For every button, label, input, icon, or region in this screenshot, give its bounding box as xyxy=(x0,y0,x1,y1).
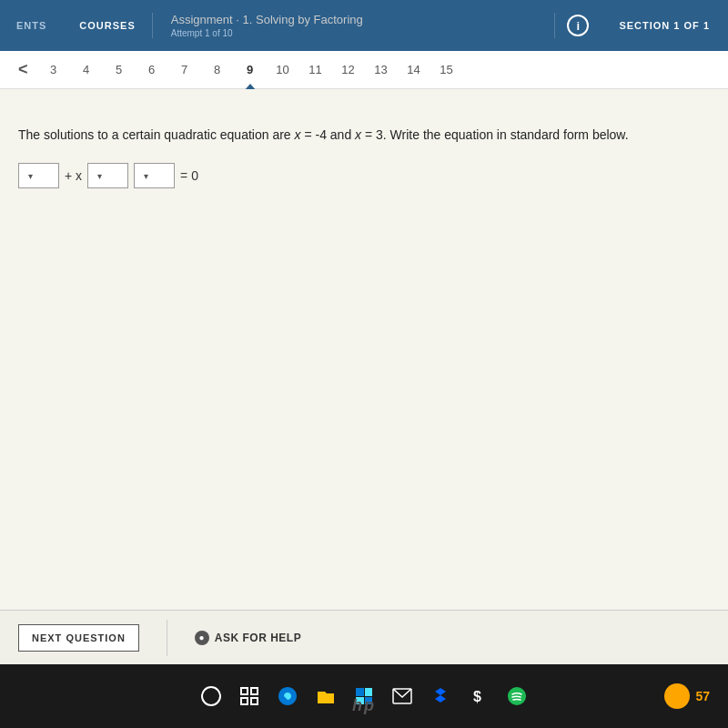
question-3[interactable]: 3 xyxy=(37,51,70,89)
bottom-bar: NEXT QUESTION ● ASK FOR HELP xyxy=(0,610,728,664)
taskbar-search[interactable] xyxy=(195,680,228,713)
question-4[interactable]: 4 xyxy=(70,51,103,89)
question-11[interactable]: 11 xyxy=(299,51,332,89)
attempt-text: Attempt 1 of 10 xyxy=(171,28,537,38)
section-label: SECTION 1 OF 1 xyxy=(601,20,728,31)
svg-text:$: $ xyxy=(473,689,481,704)
equals-zero-text: = 0 xyxy=(180,168,198,183)
dropdown-first[interactable]: ▾ xyxy=(18,163,59,188)
nav-assignment: Assignment · 1. Solving by Factoring Att… xyxy=(152,13,556,38)
chevron-down-icon-2: ▾ xyxy=(97,171,102,181)
svg-rect-6 xyxy=(365,688,372,696)
weather-temp: 57 xyxy=(695,689,710,703)
x-squared-text: + x xyxy=(65,168,82,183)
svg-rect-1 xyxy=(241,688,248,694)
question-numbers: 3 4 5 6 7 8 9 10 11 12 13 14 15 xyxy=(37,51,463,89)
dropdown-third[interactable]: ▾ xyxy=(134,163,175,188)
question-14[interactable]: 14 xyxy=(398,51,430,89)
chevron-down-icon-3: ▾ xyxy=(144,171,148,181)
taskbar-spotify[interactable] xyxy=(500,680,533,713)
taskbar-dropbox[interactable] xyxy=(424,680,457,713)
svg-rect-4 xyxy=(251,698,258,704)
question-text: The solutions to a certain quadratic equ… xyxy=(18,126,701,145)
question-15[interactable]: 15 xyxy=(430,51,463,89)
taskbar-weather: 57 xyxy=(664,683,710,709)
nav-students[interactable]: ENTS xyxy=(0,0,63,51)
divider xyxy=(167,620,167,656)
next-question-button[interactable]: NEXT QUESTION xyxy=(18,624,139,652)
info-icon: i xyxy=(567,15,589,36)
question-number-bar: < 3 4 5 6 7 8 9 10 11 12 13 14 15 xyxy=(0,51,728,89)
question-9-active[interactable]: 9 xyxy=(234,51,267,89)
question-12[interactable]: 12 xyxy=(332,51,365,89)
assignment-number: · 1. Solving by Factoring xyxy=(236,13,362,26)
dropdown-second[interactable]: ▾ xyxy=(87,163,128,188)
main-content: The solutions to a certain quadratic equ… xyxy=(0,89,728,610)
chevron-down-icon: ▾ xyxy=(28,171,33,181)
help-icon: ● xyxy=(195,631,209,645)
taskbar-app1[interactable]: $ xyxy=(462,680,495,713)
ask-for-help-button[interactable]: ● ASK FOR HELP xyxy=(195,631,301,645)
taskbar-mail[interactable] xyxy=(386,680,419,713)
taskbar-edge[interactable] xyxy=(271,680,304,713)
question-13[interactable]: 13 xyxy=(365,51,398,89)
weather-icon xyxy=(664,683,690,709)
question-10[interactable]: 10 xyxy=(267,51,299,89)
hp-logo: hp xyxy=(352,696,376,715)
svg-rect-3 xyxy=(241,698,248,704)
question-8[interactable]: 8 xyxy=(201,51,234,89)
back-button[interactable]: < xyxy=(9,60,37,79)
top-navigation: ENTS COURSES Assignment · 1. Solving by … xyxy=(0,0,728,51)
nav-left: ENTS COURSES xyxy=(0,0,152,51)
svg-rect-2 xyxy=(251,688,258,694)
svg-marker-10 xyxy=(435,688,446,703)
taskbar-taskview[interactable] xyxy=(233,680,266,713)
question-7[interactable]: 7 xyxy=(168,51,201,89)
nav-courses[interactable]: COURSES xyxy=(63,0,151,51)
question-6[interactable]: 6 xyxy=(136,51,168,89)
ask-for-help-label: ASK FOR HELP xyxy=(215,632,301,644)
taskbar-files[interactable] xyxy=(309,680,342,713)
equation-area: ▾ + x ▾ ▾ = 0 xyxy=(18,163,701,188)
question-5[interactable]: 5 xyxy=(103,51,136,89)
svg-point-0 xyxy=(202,687,220,705)
info-button[interactable]: i xyxy=(555,15,601,36)
svg-rect-5 xyxy=(356,688,364,696)
assignment-title: Assignment · 1. Solving by Factoring xyxy=(171,13,537,26)
